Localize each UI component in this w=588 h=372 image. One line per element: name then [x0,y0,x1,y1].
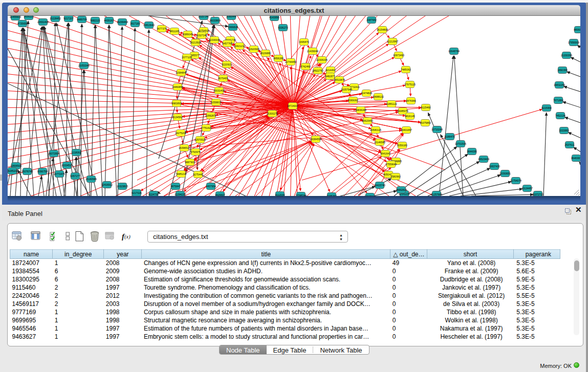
svg-text:7671884: 7671884 [553,99,563,102]
svg-text:(x): (x) [124,234,130,240]
svg-text:4439167: 4439167 [104,19,114,22]
svg-text:9983893: 9983893 [171,102,182,105]
svg-text:5682115: 5682115 [90,19,100,22]
svg-text:4735650: 4735650 [17,22,28,25]
svg-text:16510878: 16510878 [334,78,345,81]
svg-text:6357277: 6357277 [70,174,80,178]
svg-text:4429607: 4429607 [215,193,225,196]
svg-text:15375853: 15375853 [420,121,431,124]
svg-text:8811165: 8811165 [170,30,180,33]
svg-text:1839221: 1839221 [24,16,34,18]
svg-text:2876966: 2876966 [406,99,416,102]
svg-text:17975115: 17975115 [404,83,416,86]
svg-text:20372723: 20372723 [532,193,543,196]
svg-text:6457765: 6457765 [222,42,232,45]
svg-text:16072954: 16072954 [48,152,59,155]
svg-text:20813640: 20813640 [143,24,155,27]
svg-text:8369062: 8369062 [348,99,358,102]
svg-text:15300275: 15300275 [267,112,278,115]
svg-text:2077105: 2077105 [182,56,192,59]
svg-text:19085076: 19085076 [397,110,408,113]
svg-text:8134562: 8134562 [172,116,183,119]
svg-text:9816145: 9816145 [405,115,415,118]
svg-text:12416912: 12416912 [101,183,113,186]
svg-text:8359183: 8359183 [397,144,407,147]
svg-text:17559643: 17559643 [385,163,397,166]
svg-text:17956909: 17956909 [568,41,579,44]
svg-text:9214491: 9214491 [325,69,336,72]
svg-text:12213967: 12213967 [387,40,398,43]
svg-text:7452134: 7452134 [555,114,565,117]
svg-text:18922760: 18922760 [312,69,323,72]
svg-text:3644095: 3644095 [467,150,477,153]
svg-text:22093651: 22093651 [499,172,511,175]
svg-text:8029889: 8029889 [260,52,271,55]
svg-text:22306335: 22306335 [316,58,328,61]
svg-text:9958289: 9958289 [273,57,284,60]
svg-text:4389045: 4389045 [183,33,193,36]
svg-text:10710248: 10710248 [431,128,443,131]
svg-text:1999828: 1999828 [228,26,238,29]
svg-text:20031404: 20031404 [213,89,225,92]
svg-text:13134457: 13134457 [521,187,533,190]
svg-text:9875847: 9875847 [170,185,181,188]
svg-text:5685216: 5685216 [176,172,186,176]
svg-text:10648784: 10648784 [448,50,460,53]
svg-text:3917183: 3917183 [130,22,140,25]
svg-text:5793975: 5793975 [190,150,201,154]
svg-text:2580963: 2580963 [390,175,401,178]
svg-text:15157347: 15157347 [198,16,209,18]
svg-text:11584847: 11584847 [176,71,187,74]
svg-text:13701506: 13701506 [455,142,466,145]
svg-text:20615450: 20615450 [362,119,373,122]
svg-text:12920906: 12920906 [248,48,259,51]
svg-text:3395870: 3395870 [299,40,309,43]
svg-text:6482877: 6482877 [325,75,335,78]
svg-text:8396759: 8396759 [37,170,48,173]
svg-text:10327246: 10327246 [196,34,207,37]
svg-text:9887903: 9887903 [185,161,195,164]
svg-text:1890399: 1890399 [557,69,568,72]
svg-text:13421212: 13421212 [234,45,245,48]
svg-text:2087682: 2087682 [366,18,377,21]
svg-text:4245263: 4245263 [326,194,337,196]
svg-text:15180586: 15180586 [85,178,97,181]
svg-text:2537611: 2537611 [564,143,574,146]
svg-text:19523409: 19523409 [478,158,489,161]
svg-text:3333883: 3333883 [559,129,569,132]
svg-text:8646997: 8646997 [571,157,580,160]
svg-text:19688132: 19688132 [373,95,384,98]
svg-text:10973493: 10973493 [393,54,404,57]
svg-text:7485063: 7485063 [401,68,411,71]
svg-text:21257684: 21257684 [431,193,442,196]
svg-text:22474828: 22474828 [361,92,372,95]
svg-text:17751421: 17751421 [201,126,212,129]
svg-text:4112034: 4112034 [275,193,285,196]
svg-text:9217207: 9217207 [63,17,74,20]
svg-text:2457954: 2457954 [206,185,216,188]
svg-text:16415740: 16415740 [374,184,385,187]
svg-text:16396513: 16396513 [179,146,190,149]
svg-text:4143890: 4143890 [269,16,279,19]
svg-text:8806804: 8806804 [574,28,580,31]
svg-text:11881122: 11881122 [386,102,397,105]
svg-text:22570529: 22570529 [194,138,206,141]
svg-text:16213925: 16213925 [190,41,201,44]
svg-text:21200396: 21200396 [561,54,572,57]
svg-text:12294238: 12294238 [175,193,186,196]
svg-text:10334531: 10334531 [61,164,73,167]
svg-text:13748244: 13748244 [295,194,307,196]
svg-text:16033809: 16033809 [209,19,221,22]
svg-text:8215958: 8215958 [541,106,552,110]
svg-text:10057945: 10057945 [341,88,352,91]
svg-text:14460856: 14460856 [172,85,183,89]
svg-text:3677374: 3677374 [157,27,167,30]
svg-text:6217026: 6217026 [132,191,142,194]
svg-text:22744459: 22744459 [285,60,296,63]
svg-text:14275203: 14275203 [175,132,186,135]
svg-text:8079409: 8079409 [218,77,228,80]
svg-text:19384554: 19384554 [310,138,321,141]
svg-text:22806503: 22806503 [10,164,21,167]
svg-text:1218062: 1218062 [71,151,81,154]
svg-text:22330030: 22330030 [209,38,220,41]
